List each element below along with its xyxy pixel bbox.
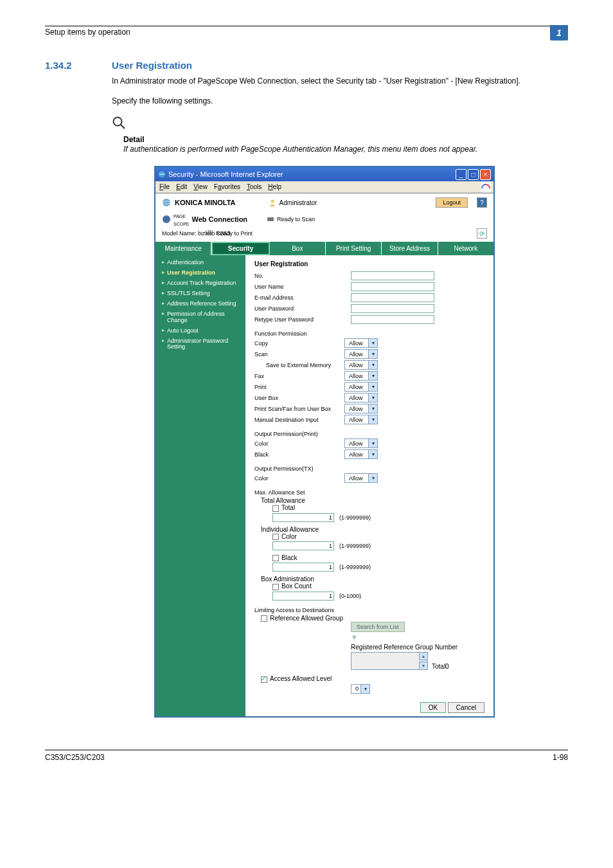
- section-number: 1.34.2: [45, 60, 96, 71]
- intro-paragraph-1: In Administrator mode of PageScope Web C…: [112, 76, 568, 87]
- screenshot-window: Security - Microsoft Internet Explorer _…: [154, 166, 495, 717]
- scroll-down-icon[interactable]: ▼: [419, 662, 427, 669]
- chevron-down-icon: ▾: [368, 339, 377, 347]
- chk-box-count[interactable]: [272, 584, 279, 590]
- chk-color-label: Color: [281, 533, 297, 540]
- sidebar-item-auto-logout[interactable]: ▸Auto Logout: [155, 326, 245, 336]
- search-from-list-button[interactable]: Search from List: [351, 622, 405, 632]
- detail-label: Detail: [123, 135, 568, 144]
- input-retype-password[interactable]: [351, 315, 434, 324]
- printer-icon: [206, 230, 213, 237]
- tab-print-setting[interactable]: Print Setting: [326, 242, 382, 255]
- sidebar-item-ssl-tls[interactable]: ▸SSL/TLS Setting: [155, 289, 245, 299]
- svg-point-6: [271, 200, 274, 203]
- chevron-down-icon: ▾: [368, 372, 377, 380]
- tab-box[interactable]: Box: [270, 242, 326, 255]
- input-email[interactable]: [351, 293, 434, 302]
- func-perm-3-label: Fax: [254, 373, 344, 379]
- minimize-button[interactable]: _: [456, 169, 466, 180]
- menu-edit[interactable]: Edit: [176, 183, 187, 190]
- input-black[interactable]: [272, 563, 334, 572]
- func-perm-0-select[interactable]: Allow▾: [344, 338, 378, 348]
- func-perm-6-label: Print Scan/Fax from User Box: [254, 406, 344, 412]
- menu-help[interactable]: Help: [268, 183, 281, 190]
- footer-right: 1-98: [553, 753, 568, 762]
- tab-store-address[interactable]: Store Address: [382, 242, 438, 255]
- func-perm-1-select[interactable]: Allow▾: [344, 349, 378, 359]
- window-titlebar: Security - Microsoft Internet Explorer _…: [155, 167, 493, 181]
- total-allowance-label: Total Allowance: [261, 497, 484, 504]
- output-print-title: Output Permission(Print): [254, 431, 484, 437]
- menu-view[interactable]: View: [193, 183, 208, 190]
- range-color: (1-9999999): [339, 543, 371, 549]
- svg-point-4: [163, 199, 170, 206]
- chk-black[interactable]: [272, 555, 279, 561]
- sidebar-item-user-registration[interactable]: ▸User Registration: [155, 268, 245, 278]
- input-no[interactable]: [351, 271, 434, 280]
- out-tx-0-select[interactable]: Allow▾: [344, 473, 378, 483]
- out-print-0-select[interactable]: Allow▾: [344, 439, 378, 448]
- chk-box-count-label: Box Count: [281, 583, 312, 590]
- input-box-count[interactable]: [272, 592, 334, 601]
- tab-network[interactable]: Network: [438, 242, 493, 255]
- ok-button[interactable]: OK: [420, 702, 446, 713]
- pagescope-logo: PAGESCOPE Web Connection: [162, 212, 247, 227]
- input-user-name[interactable]: [351, 282, 434, 291]
- range-total: (1-9999999): [339, 514, 371, 521]
- chk-access-level[interactable]: [261, 676, 267, 683]
- chk-color[interactable]: [272, 534, 279, 540]
- label-no: No.: [254, 273, 344, 279]
- menu-file[interactable]: File: [159, 183, 170, 190]
- brand-logo: KONICA MINOLTA: [162, 198, 236, 207]
- menubar: File Edit View Favorites Tools Help: [155, 181, 493, 193]
- admin-icon: [268, 198, 277, 207]
- func-perm-5-select[interactable]: Allow▾: [344, 393, 378, 402]
- func-perm-2-select[interactable]: Allow▾: [344, 360, 378, 370]
- listbox-registered-groups[interactable]: ▲ ▼: [351, 652, 428, 670]
- tab-security[interactable]: Security: [211, 242, 269, 255]
- input-total[interactable]: [272, 513, 334, 522]
- chevron-down-icon: ▾: [368, 393, 377, 402]
- func-perm-4-select[interactable]: Allow▾: [344, 382, 378, 392]
- sidebar-item-authentication[interactable]: ▸Authentication: [155, 258, 245, 268]
- chevron-down-icon: ▾: [368, 415, 377, 424]
- sidebar-item-admin-password[interactable]: ▸Administrator Password Setting: [155, 336, 245, 353]
- out-print-1-select[interactable]: Allow▾: [344, 449, 378, 459]
- label-email: E-mail Address: [254, 294, 344, 301]
- func-perm-1-label: Scan: [254, 351, 344, 357]
- input-user-password[interactable]: [351, 304, 434, 313]
- func-perm-7-select[interactable]: Allow▾: [344, 415, 378, 424]
- chevron-down-icon: ▾: [368, 350, 377, 358]
- refresh-button[interactable]: ⟳: [477, 228, 487, 239]
- sidebar-item-account-track[interactable]: ▸Account Track Registration: [155, 278, 245, 289]
- input-color[interactable]: [272, 541, 334, 550]
- ready-scan-status: Ready to Scan: [267, 215, 315, 223]
- chevron-down-icon: ▾: [368, 474, 377, 482]
- page-header-title: Setup items by operation: [45, 28, 130, 37]
- maximize-button[interactable]: □: [468, 169, 479, 180]
- logout-button[interactable]: Logout: [436, 197, 468, 208]
- chk-ref-group-label: Reference Allowed Group: [270, 615, 343, 622]
- func-perm-6-select[interactable]: Allow▾: [344, 404, 378, 413]
- section-title: User Registration: [112, 60, 192, 71]
- select-access-level[interactable]: 0▾: [351, 684, 370, 694]
- chk-total[interactable]: [272, 505, 279, 512]
- range-black: (1-9999999): [339, 564, 371, 570]
- registered-group-label: Registered Reference Group Number: [351, 644, 484, 651]
- chk-ref-group[interactable]: [261, 615, 267, 622]
- ie-icon: [158, 170, 166, 178]
- help-button[interactable]: ?: [477, 197, 487, 208]
- sidebar-item-permission-address[interactable]: ▸Permission of Address Change: [155, 309, 245, 326]
- tab-maintenance[interactable]: Maintenance: [155, 242, 211, 255]
- scroll-up-icon[interactable]: ▲: [419, 653, 427, 660]
- chevron-down-icon: ▾: [368, 383, 377, 391]
- cancel-button[interactable]: Cancel: [448, 702, 484, 713]
- func-perm-3-select[interactable]: Allow▾: [344, 371, 378, 381]
- sidebar-item-address-reference[interactable]: ▸Address Reference Setting: [155, 299, 245, 309]
- total-count-label: Total0: [432, 663, 449, 670]
- menu-tools[interactable]: Tools: [247, 183, 262, 190]
- close-button[interactable]: ×: [480, 169, 491, 180]
- tab-bar: Maintenance Security Box Print Setting S…: [155, 241, 493, 255]
- menu-favorites[interactable]: Favorites: [214, 183, 240, 190]
- box-admin-label: Box Administration: [261, 575, 484, 583]
